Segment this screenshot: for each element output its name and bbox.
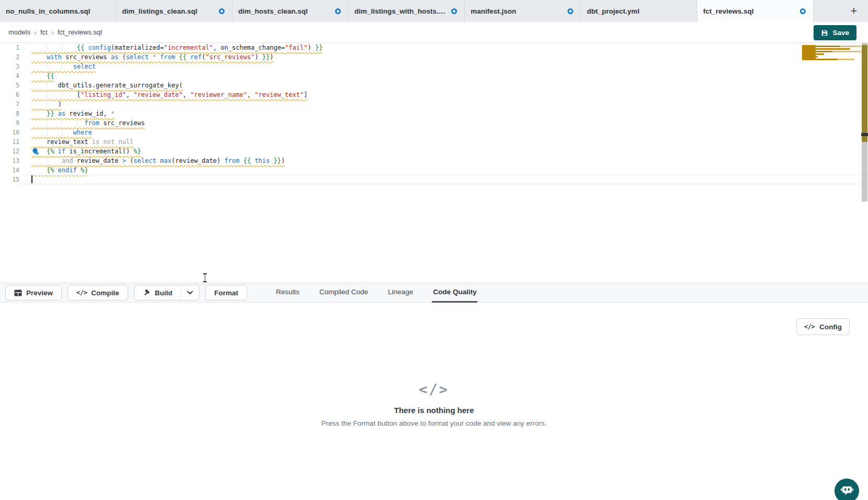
code-line[interactable]: 11 review_text is not null [0, 137, 868, 147]
panel-tabs: ResultsCompiled CodeLineageCode Quality [275, 283, 477, 303]
text-caret [31, 175, 32, 183]
compile-button[interactable]: </> Compile [68, 285, 128, 301]
code-line[interactable]: 3 select [0, 62, 868, 71]
breadcrumb-separator: › [51, 28, 54, 36]
empty-state-subtitle: Press the Format button above to format … [0, 419, 868, 427]
overview-ruler [861, 43, 868, 283]
code-slash-icon: </> [0, 381, 868, 397]
panel-tab-compiled-code[interactable]: Compiled Code [318, 283, 369, 303]
breadcrumb-bar: models›fct›fct_reviews.sql Save [0, 22, 868, 43]
code-line[interactable]: 9 from src_reviews [0, 118, 868, 128]
line-content: {% endif %} [19, 165, 868, 175]
line-number: 7 [0, 99, 19, 109]
chevron-down-icon [187, 291, 193, 295]
unsaved-changes-dot [567, 8, 573, 14]
line-content [19, 175, 868, 184]
unsaved-changes-dot [451, 8, 457, 14]
code-line[interactable]: 4 {{ [0, 71, 868, 81]
code-icon: </> [804, 323, 815, 330]
code-line[interactable]: 15 [0, 175, 868, 184]
line-number: 9 [0, 118, 19, 128]
code-line[interactable]: 6 ["listing_id", "review_date", "reviewe… [0, 90, 868, 99]
panel-tab-results[interactable]: Results [275, 283, 301, 303]
cursor-mark [861, 133, 868, 136]
empty-state: </> There is nothing here Press the Form… [0, 381, 868, 427]
ide-window: no_nulls_in_columns.sqldim_listings_clea… [0, 0, 868, 500]
line-number: 1 [0, 43, 19, 52]
line-content: {{ [19, 71, 868, 81]
code-line[interactable]: 13 and review_date > (select max(review_… [0, 156, 868, 165]
line-number: 10 [0, 128, 19, 137]
chat-assistant-button[interactable] [834, 479, 859, 500]
file-tab[interactable]: dbt_project.yml [581, 0, 697, 22]
breadcrumb-item[interactable]: models [8, 28, 30, 36]
code-icon: </> [76, 289, 87, 296]
line-content: {{ config(materialized="incremental", on… [19, 43, 868, 52]
file-tab[interactable]: manifest.json [465, 0, 581, 22]
code-line[interactable]: 12 {% if is_incremental() %} [0, 147, 868, 156]
line-content: review_text is not null [19, 137, 868, 147]
save-label: Save [832, 29, 849, 37]
panel-tab-code-quality[interactable]: Code Quality [432, 283, 477, 303]
table-icon [14, 290, 22, 296]
config-button[interactable]: </> Config [796, 318, 850, 335]
line-content: where [19, 128, 868, 137]
line-number: 11 [0, 137, 19, 147]
minimap[interactable] [802, 44, 861, 107]
code-line[interactable]: 8 }} as review_id, * [0, 109, 868, 118]
file-tab[interactable]: dim_hosts_clean.sql [232, 0, 349, 22]
line-number: 8 [0, 109, 19, 118]
file-tab[interactable]: fct_reviews.sql [697, 0, 814, 22]
file-tab[interactable]: dim_listings_with_hosts.sql [349, 0, 465, 22]
file-tab-label: fct_reviews.sql [703, 7, 754, 15]
code-line[interactable]: 2 with src_reviews as (select * from {{ … [0, 52, 868, 62]
build-dropdown-button[interactable] [181, 285, 199, 301]
preview-label: Preview [26, 289, 53, 297]
line-content: with src_reviews as (select * from {{ re… [19, 52, 868, 62]
lightbulb-code-action-icon[interactable] [31, 148, 39, 155]
file-tab[interactable]: no_nulls_in_columns.sql [0, 0, 116, 22]
line-number: 2 [0, 52, 19, 62]
code-line[interactable]: 10 where [0, 128, 868, 137]
line-content: and review_date > (select max(review_dat… [19, 156, 868, 165]
empty-state-title: There is nothing here [0, 406, 868, 415]
code-line[interactable]: 7 ) [0, 99, 868, 109]
breadcrumb-item[interactable]: fct [40, 28, 48, 36]
code-line[interactable]: 14 {% endif %} [0, 165, 868, 175]
preview-button[interactable]: Preview [5, 285, 62, 301]
format-button[interactable]: Format [205, 285, 247, 301]
breadcrumb: models›fct›fct_reviews.sql [8, 28, 102, 36]
breadcrumb-item: fct_reviews.sql [58, 28, 102, 36]
save-icon [821, 29, 828, 37]
line-content: {% if is_incremental() %} [19, 147, 868, 156]
file-tab[interactable]: dim_listings_clean.sql [116, 0, 232, 22]
line-number: 12 [0, 147, 19, 156]
code-quality-panel: </> Config </> There is nothing here Pre… [0, 303, 868, 500]
code-line[interactable]: 5 dbt_utils.generate_surrogate_key( [0, 81, 868, 90]
file-tabs: no_nulls_in_columns.sqldim_listings_clea… [0, 0, 814, 22]
code-editor[interactable]: 1 {{ config(materialized="incremental", … [0, 43, 868, 283]
compile-label: Compile [91, 289, 119, 297]
file-tab-label: dim_listings_clean.sql [122, 7, 197, 15]
unsaved-changes-dot [800, 8, 806, 14]
format-label: Format [214, 289, 238, 297]
line-number: 6 [0, 90, 19, 99]
code-lines: 1 {{ config(materialized="incremental", … [0, 43, 868, 184]
line-number: 5 [0, 81, 19, 90]
save-button[interactable]: Save [814, 25, 856, 40]
build-button[interactable]: Build [134, 285, 181, 301]
code-line[interactable]: 1 {{ config(materialized="incremental", … [0, 43, 868, 52]
line-number: 4 [0, 71, 19, 81]
file-tab-label: no_nulls_in_columns.sql [6, 7, 90, 15]
panel-tab-lineage[interactable]: Lineage [387, 283, 414, 303]
new-tab-button[interactable]: + [846, 0, 862, 22]
config-label: Config [819, 323, 842, 331]
line-content: dbt_utils.generate_surrogate_key( [19, 81, 868, 90]
line-content: }} as review_id, * [19, 109, 868, 118]
file-tab-label: dim_hosts_clean.sql [238, 7, 308, 15]
line-content: ["listing_id", "review_date", "reviewer_… [19, 90, 868, 99]
editor-toolbar: Preview </> Compile Build Format Results… [0, 283, 868, 303]
line-content: select [19, 62, 868, 71]
robot-chat-icon [840, 483, 854, 496]
warning-marks [862, 45, 867, 142]
